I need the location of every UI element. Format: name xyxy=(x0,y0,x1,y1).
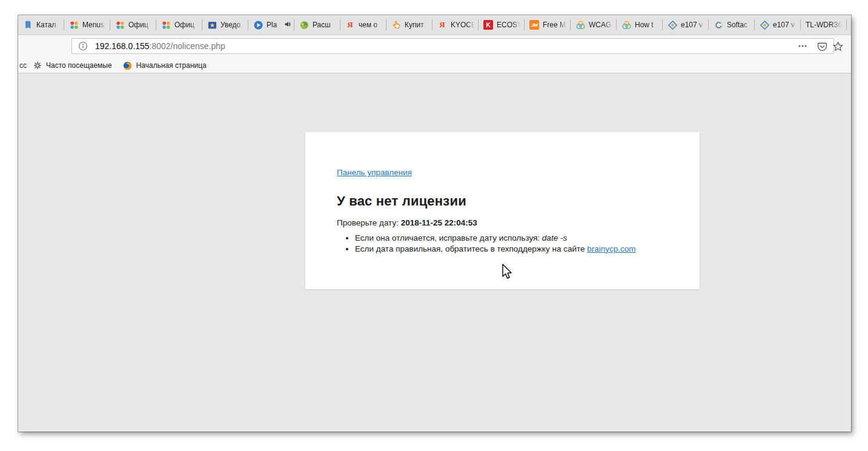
page-viewport: Панель управления У вас нет лицензии Про… xyxy=(18,73,851,432)
colorful-globe-icon xyxy=(299,20,309,30)
catalog-icon xyxy=(23,20,33,30)
yandex-icon: Я xyxy=(345,20,355,30)
tab-yandex-search-1[interactable]: Ячем о xyxy=(340,15,386,35)
tab-catalog[interactable]: Катал xyxy=(18,15,64,35)
list-item: Если она отличается, исправьте дату испо… xyxy=(355,233,675,244)
url-text[interactable]: 192.168.0.155:8002/nolicense.php xyxy=(95,41,225,51)
yandex-icon: Я xyxy=(437,20,447,30)
tab-label: Расш xyxy=(313,21,337,29)
emblem-icon xyxy=(207,20,217,30)
tab-label: TL-WDR36 xyxy=(806,21,844,29)
tab-label: WCAG xyxy=(589,21,614,29)
tab-label: Купит xyxy=(405,21,429,29)
license-error-card: Панель управления У вас нет лицензии Про… xyxy=(305,132,700,289)
bookmark-item-home[interactable]: Начальная страница xyxy=(123,61,207,70)
bookmark-item-partial[interactable]: сс xyxy=(19,61,27,70)
color-circles-icon xyxy=(621,20,631,30)
brainycp-link[interactable]: brainycp.com xyxy=(587,244,635,253)
url-bar[interactable]: 192.168.0.155:8002/nolicense.php xyxy=(71,38,834,54)
check-date-label: Проверьте дату: xyxy=(337,218,401,227)
tab-label: Уведо xyxy=(220,21,245,29)
play-icon xyxy=(253,20,263,30)
tab-label: ECOSY xyxy=(497,21,522,29)
tab-extensions[interactable]: Расш xyxy=(294,15,340,35)
browser-window: Катал Menus Офиц Офиц Уведо xyxy=(18,15,851,432)
tab-notifications[interactable]: Уведо xyxy=(202,15,248,35)
tab-router[interactable]: TL-WDR36 xyxy=(801,15,847,35)
joomla-icon xyxy=(69,20,79,30)
tab-official-1[interactable]: Офиц xyxy=(110,15,156,35)
info-icon[interactable] xyxy=(78,41,88,51)
tab-label: Офиц xyxy=(174,21,199,29)
instruction-text: Если дата правильная, обратитесь в техпо… xyxy=(355,244,587,253)
url-path: :8002/nolicense.php xyxy=(150,41,225,51)
url-host: 192.168.0.155 xyxy=(95,41,150,51)
instruction-text: Если она отличается, исправьте дату испо… xyxy=(355,233,542,242)
desktop: Катал Menus Офиц Офиц Уведо xyxy=(0,0,868,451)
star-icon[interactable] xyxy=(833,41,843,52)
tab-yandex-search-2[interactable]: ЯKYOCE xyxy=(432,15,479,35)
tab-label: Free M xyxy=(543,21,568,29)
joomla-icon xyxy=(161,20,171,30)
tab-strip: Катал Menus Офиц Офиц Уведо xyxy=(18,15,851,35)
tab-label: Катал xyxy=(36,21,61,29)
navigation-toolbar: 192.168.0.155:8002/nolicense.php xyxy=(18,35,851,58)
bookmark-item-frequent[interactable]: Часто посещаемые xyxy=(33,61,112,70)
tab-menus[interactable]: Menus xyxy=(64,15,110,35)
tab-label: e107 v xyxy=(681,21,706,29)
tab-softaculous[interactable]: Softac xyxy=(709,15,755,35)
tab-wcag[interactable]: WCAG xyxy=(571,15,617,35)
tab-label: чем о xyxy=(359,21,383,29)
more-options-icon[interactable] xyxy=(798,41,807,51)
tab-label: Офиц xyxy=(128,21,153,29)
tab-e107-1[interactable]: e107 v xyxy=(663,15,709,35)
tab-label: Pla xyxy=(267,21,280,29)
pocket-icon[interactable] xyxy=(817,41,827,52)
page-title: У вас нет лицензии xyxy=(337,193,675,209)
hand-pointer-icon xyxy=(391,20,401,30)
command-text: date -s xyxy=(542,233,567,242)
gear-icon xyxy=(33,61,42,70)
tab-label: Softac xyxy=(727,21,752,29)
tab-free-templates[interactable]: JMFree M xyxy=(525,15,571,35)
jm-icon: JM xyxy=(529,20,539,30)
tab-player[interactable]: Pla xyxy=(248,15,294,35)
date-value: 2018-11-25 22:04:53 xyxy=(401,218,477,227)
e107-icon xyxy=(668,20,677,30)
check-date-line: Проверьте дату: 2018-11-25 22:04:53 xyxy=(337,218,675,227)
bookmark-label: Часто посещаемые xyxy=(46,61,112,70)
speaker-icon[interactable] xyxy=(284,19,291,30)
instructions-list: Если она отличается, исправьте дату испо… xyxy=(337,233,675,254)
tab-label: Menus xyxy=(82,21,107,29)
bookmarks-toolbar: сс Часто посещаемые Начальная страница xyxy=(18,58,851,73)
joomla-icon xyxy=(115,20,125,30)
tab-buy[interactable]: Купит xyxy=(386,15,432,35)
tab-e107-2[interactable]: e107 v xyxy=(755,15,801,35)
firefox-icon xyxy=(123,61,133,70)
tab-label: KYOCE xyxy=(451,21,475,29)
list-item: Если дата правильная, обратитесь в техпо… xyxy=(355,244,675,255)
tab-how-to[interactable]: How t xyxy=(617,15,663,35)
e107-icon xyxy=(760,20,769,30)
tab-official-2[interactable]: Офиц xyxy=(156,15,202,35)
color-circles-icon xyxy=(575,20,585,30)
tab-label: How t xyxy=(635,21,660,29)
tab-ecosys[interactable]: KECOSY xyxy=(479,15,525,35)
softaculous-icon xyxy=(714,20,723,30)
kyocera-icon: K xyxy=(483,20,493,30)
bookmark-label: Начальная страница xyxy=(136,61,207,70)
tab-label: e107 v xyxy=(773,21,798,29)
control-panel-link[interactable]: Панель управления xyxy=(337,168,412,177)
